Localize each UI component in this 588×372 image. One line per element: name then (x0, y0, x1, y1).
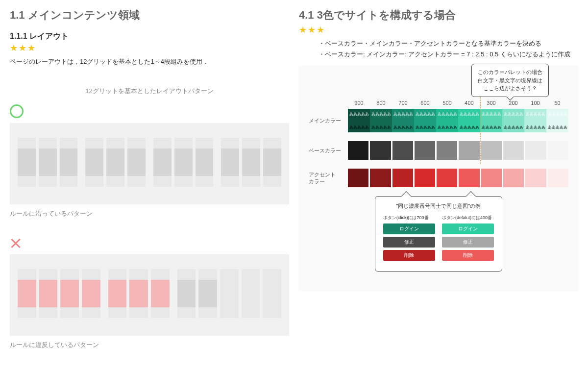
example-button[interactable]: ログイン (383, 223, 435, 234)
color-swatch (348, 141, 368, 160)
color-swatch: ああああああああああ (546, 109, 568, 132)
row-label-main: メインカラー (309, 117, 348, 124)
boundary-line (480, 97, 481, 164)
swatch-text-black: あああああ (458, 124, 480, 130)
color-swatch (481, 169, 502, 187)
grid-column (196, 138, 214, 187)
grid-column (129, 269, 148, 318)
shades-header: 90080070060050040030020010050 (348, 100, 568, 106)
color-swatch (525, 169, 546, 187)
grid-column (108, 269, 127, 318)
grid-column (39, 138, 57, 187)
section-title-left: 1.1 メインコンテンツ領域 (10, 8, 289, 23)
ng-label: ルールに違反しているパターン (10, 341, 289, 349)
grid-column (263, 138, 281, 187)
grid-column (263, 269, 281, 318)
example-button[interactable]: 削除 (383, 250, 435, 261)
swatch-text-black: あああああ (370, 124, 392, 130)
color-swatch (503, 169, 524, 187)
color-swatch: ああああああああああ (458, 109, 480, 132)
swatch-text-white: あああああ (370, 111, 392, 117)
grid-column (174, 138, 193, 187)
color-swatch (437, 169, 457, 187)
example-cap-default: ボタン(defalut)には400番 (442, 215, 494, 221)
shade-label: 600 (414, 100, 436, 106)
grid-column (198, 269, 217, 318)
color-swatch: ああああああああああ (502, 109, 524, 132)
grid-column (127, 138, 146, 187)
layout-pattern-ng (10, 254, 289, 336)
color-swatch (437, 141, 457, 160)
section-title-right: 4.1 3色でサイトを構成する場合 (299, 8, 578, 23)
shade-label: 100 (524, 100, 546, 106)
rating-stars-left: ★★★ (10, 43, 289, 53)
color-swatch (525, 141, 546, 160)
example-button[interactable]: 修正 (383, 237, 435, 248)
color-swatch (392, 141, 413, 160)
grid-column (18, 269, 36, 318)
color-swatch (503, 141, 524, 160)
example-button[interactable]: 修正 (442, 237, 494, 248)
body-text-left: ページのレーアウトは，12グリッドを基本とした1～4段組みを使用． (10, 56, 289, 67)
grid-column (221, 138, 239, 187)
shade-label: 50 (546, 100, 568, 106)
color-swatch (392, 169, 413, 187)
grid-column (153, 138, 172, 187)
swatch-text-white: あああああ (480, 111, 502, 117)
layout-caption: 12グリットを基本としたレイアウトパターン (10, 87, 289, 96)
swatch-text-black: あああああ (480, 124, 502, 130)
color-swatch: ああああああああああ (392, 109, 414, 132)
swatch-text-black: あああああ (414, 124, 436, 130)
shade-label: 400 (458, 100, 480, 106)
example-cap-click: ボタン(click)には700番 (383, 215, 435, 221)
color-swatch (348, 169, 368, 187)
color-swatch: ああああああああああ (370, 109, 392, 132)
color-swatch (415, 141, 435, 160)
grid-column (60, 138, 78, 187)
color-swatch (370, 169, 391, 187)
grid-column (242, 269, 260, 318)
subsection-title: 1.1.1 レイアウト (10, 31, 289, 42)
grid-column (220, 269, 239, 318)
shade-label: 300 (480, 100, 502, 106)
swatch-text-white: あああああ (436, 111, 458, 117)
example-box: "同じ濃度番号同士で同じ意図"の例 ボタン(click)には700番 ログイン修… (375, 196, 502, 272)
swatch-text-white: あああああ (348, 111, 370, 117)
color-swatch: ああああああああああ (480, 109, 502, 132)
swatch-text-black: あああああ (436, 124, 458, 130)
palette-row-accent: アクセントカラー (309, 169, 568, 187)
callout-arrow-icon (466, 191, 476, 201)
color-swatch: ああああああああああ (414, 109, 436, 132)
shade-label: 900 (348, 100, 370, 106)
color-swatch: ああああああああああ (436, 109, 458, 132)
swatch-text-black: あああああ (502, 124, 524, 130)
swatch-text-black: あああああ (524, 124, 546, 130)
swatch-text-white: あああああ (502, 111, 524, 117)
row-label-base: ベースカラー (309, 147, 348, 154)
ng-icon (10, 238, 22, 249)
bullet-item: ・ベースカラー・メインカラー・アクセントカラーとなる基準カラーを決める (318, 38, 578, 49)
row-label-accent: アクセントカラー (309, 171, 348, 185)
layout-pattern-ok (10, 123, 289, 204)
example-button[interactable]: ログイン (442, 223, 494, 234)
color-swatch (415, 169, 435, 187)
grid-column (242, 138, 260, 187)
swatch-text-white: あああああ (414, 111, 436, 117)
ok-icon (10, 104, 24, 118)
example-col-default: ボタン(defalut)には400番 ログイン修正削除 (442, 215, 494, 263)
color-swatch (548, 169, 568, 187)
palette-row-base: ベースカラー (309, 141, 568, 160)
swatch-text-black: あああああ (392, 124, 414, 130)
example-title: "同じ濃度番号同士で同じ意図"の例 (383, 202, 494, 210)
example-button[interactable]: 削除 (442, 250, 494, 261)
color-swatch: ああああああああああ (524, 109, 546, 132)
grid-column (39, 269, 58, 318)
shade-label: 800 (370, 100, 392, 106)
palette-area: このカラーパレットの場合白文字・黒文字の境界線はここら辺がよさそう？ 90080… (299, 66, 578, 291)
shade-label: 500 (436, 100, 458, 106)
grid-column (151, 269, 170, 318)
callout-arrow-icon (401, 191, 411, 201)
swatch-text-white: あああああ (546, 111, 568, 117)
color-swatch (459, 169, 479, 187)
swatch-text-black: あああああ (348, 124, 370, 130)
